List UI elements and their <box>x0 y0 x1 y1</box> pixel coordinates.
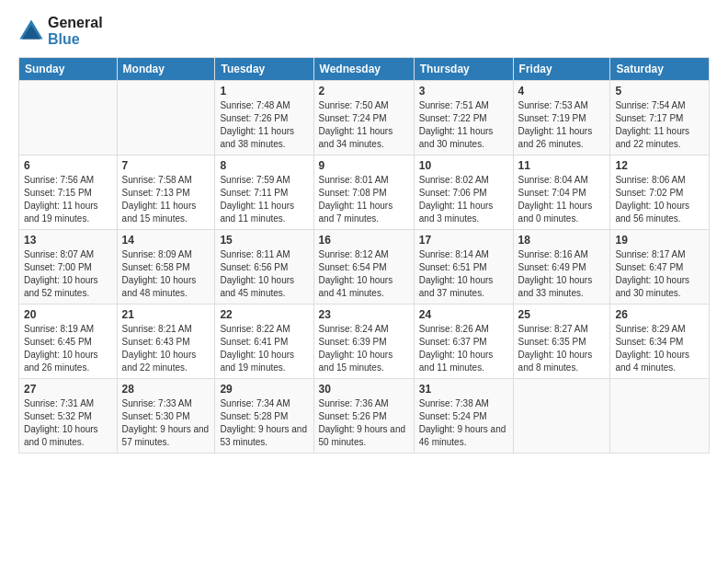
day-detail: Sunrise: 8:09 AM Sunset: 6:58 PM Dayligh… <box>122 248 210 300</box>
calendar-cell: 25Sunrise: 8:27 AM Sunset: 6:35 PM Dayli… <box>513 304 610 379</box>
calendar-cell: 17Sunrise: 8:14 AM Sunset: 6:51 PM Dayli… <box>414 230 513 304</box>
calendar-cell: 18Sunrise: 8:16 AM Sunset: 6:49 PM Dayli… <box>513 230 610 304</box>
day-number: 18 <box>518 234 606 247</box>
header: General Blue <box>18 15 710 48</box>
calendar-week-row: 6Sunrise: 7:56 AM Sunset: 7:15 PM Daylig… <box>19 155 710 230</box>
calendar-cell: 20Sunrise: 8:19 AM Sunset: 6:45 PM Dayli… <box>19 304 118 379</box>
day-detail: Sunrise: 8:19 AM Sunset: 6:45 PM Dayligh… <box>24 323 112 374</box>
day-detail: Sunrise: 7:33 AM Sunset: 5:30 PM Dayligh… <box>122 397 210 449</box>
calendar-week-row: 20Sunrise: 8:19 AM Sunset: 6:45 PM Dayli… <box>19 304 710 379</box>
day-detail: Sunrise: 8:07 AM Sunset: 7:00 PM Dayligh… <box>24 248 112 300</box>
calendar-cell: 15Sunrise: 8:11 AM Sunset: 6:56 PM Dayli… <box>215 230 313 304</box>
day-number: 22 <box>220 308 308 321</box>
calendar-cell: 23Sunrise: 8:24 AM Sunset: 6:39 PM Dayli… <box>313 304 414 379</box>
weekday-header-tuesday: Tuesday <box>215 58 313 81</box>
calendar-cell: 2Sunrise: 7:50 AM Sunset: 7:24 PM Daylig… <box>313 81 414 155</box>
day-number: 20 <box>24 308 112 321</box>
calendar-cell: 4Sunrise: 7:53 AM Sunset: 7:19 PM Daylig… <box>513 81 610 155</box>
day-detail: Sunrise: 8:04 AM Sunset: 7:04 PM Dayligh… <box>518 174 606 225</box>
day-number: 10 <box>419 159 508 172</box>
day-number: 6 <box>24 159 112 172</box>
day-detail: Sunrise: 7:36 AM Sunset: 5:26 PM Dayligh… <box>319 397 409 449</box>
day-number: 7 <box>122 159 210 172</box>
calendar-cell: 21Sunrise: 8:21 AM Sunset: 6:43 PM Dayli… <box>117 304 215 379</box>
day-number: 1 <box>220 85 308 98</box>
calendar-cell: 14Sunrise: 8:09 AM Sunset: 6:58 PM Dayli… <box>117 230 215 304</box>
day-number: 11 <box>518 159 606 172</box>
day-number: 12 <box>615 159 704 172</box>
day-detail: Sunrise: 8:12 AM Sunset: 6:54 PM Dayligh… <box>319 248 409 300</box>
calendar-cell: 5Sunrise: 7:54 AM Sunset: 7:17 PM Daylig… <box>610 81 710 155</box>
calendar-cell: 9Sunrise: 8:01 AM Sunset: 7:08 PM Daylig… <box>313 155 414 230</box>
calendar-cell: 13Sunrise: 8:07 AM Sunset: 7:00 PM Dayli… <box>19 230 118 304</box>
day-number: 21 <box>122 308 210 321</box>
calendar-cell: 16Sunrise: 8:12 AM Sunset: 6:54 PM Dayli… <box>313 230 414 304</box>
day-detail: Sunrise: 8:02 AM Sunset: 7:06 PM Dayligh… <box>419 174 508 225</box>
calendar-cell <box>513 379 610 454</box>
day-detail: Sunrise: 8:27 AM Sunset: 6:35 PM Dayligh… <box>518 323 606 374</box>
logo: General Blue <box>18 15 103 48</box>
day-number: 2 <box>319 85 409 98</box>
day-detail: Sunrise: 7:53 AM Sunset: 7:19 PM Dayligh… <box>518 99 606 151</box>
calendar-cell <box>19 81 118 155</box>
weekday-header-thursday: Thursday <box>414 58 513 81</box>
day-detail: Sunrise: 7:56 AM Sunset: 7:15 PM Dayligh… <box>24 174 112 225</box>
day-detail: Sunrise: 7:31 AM Sunset: 5:32 PM Dayligh… <box>24 397 112 449</box>
calendar-cell: 19Sunrise: 8:17 AM Sunset: 6:47 PM Dayli… <box>610 230 710 304</box>
day-detail: Sunrise: 7:59 AM Sunset: 7:11 PM Dayligh… <box>220 174 308 225</box>
day-number: 31 <box>419 383 508 396</box>
logo-text: General Blue <box>48 15 103 48</box>
calendar-table: SundayMondayTuesdayWednesdayThursdayFrid… <box>18 57 710 454</box>
day-detail: Sunrise: 8:24 AM Sunset: 6:39 PM Dayligh… <box>319 323 409 374</box>
day-detail: Sunrise: 8:11 AM Sunset: 6:56 PM Dayligh… <box>220 248 308 300</box>
day-number: 26 <box>615 308 704 321</box>
day-detail: Sunrise: 7:51 AM Sunset: 7:22 PM Dayligh… <box>419 99 508 151</box>
day-number: 25 <box>518 308 606 321</box>
day-detail: Sunrise: 7:48 AM Sunset: 7:26 PM Dayligh… <box>220 99 308 151</box>
calendar-cell: 10Sunrise: 8:02 AM Sunset: 7:06 PM Dayli… <box>414 155 513 230</box>
day-detail: Sunrise: 8:14 AM Sunset: 6:51 PM Dayligh… <box>419 248 508 300</box>
day-detail: Sunrise: 8:06 AM Sunset: 7:02 PM Dayligh… <box>615 174 704 225</box>
calendar-cell: 31Sunrise: 7:38 AM Sunset: 5:24 PM Dayli… <box>414 379 513 454</box>
day-number: 13 <box>24 234 112 247</box>
calendar-cell: 29Sunrise: 7:34 AM Sunset: 5:28 PM Dayli… <box>215 379 313 454</box>
logo-icon <box>18 18 44 44</box>
calendar-cell: 7Sunrise: 7:58 AM Sunset: 7:13 PM Daylig… <box>117 155 215 230</box>
calendar-cell <box>117 81 215 155</box>
day-detail: Sunrise: 8:01 AM Sunset: 7:08 PM Dayligh… <box>319 174 409 225</box>
day-number: 9 <box>319 159 409 172</box>
day-detail: Sunrise: 8:22 AM Sunset: 6:41 PM Dayligh… <box>220 323 308 374</box>
day-number: 5 <box>615 85 704 98</box>
calendar-cell: 3Sunrise: 7:51 AM Sunset: 7:22 PM Daylig… <box>414 81 513 155</box>
calendar-cell: 11Sunrise: 8:04 AM Sunset: 7:04 PM Dayli… <box>513 155 610 230</box>
day-number: 29 <box>220 383 308 396</box>
day-detail: Sunrise: 7:54 AM Sunset: 7:17 PM Dayligh… <box>615 99 704 151</box>
calendar-cell: 6Sunrise: 7:56 AM Sunset: 7:15 PM Daylig… <box>19 155 118 230</box>
day-detail: Sunrise: 7:38 AM Sunset: 5:24 PM Dayligh… <box>419 397 508 449</box>
calendar-cell: 12Sunrise: 8:06 AM Sunset: 7:02 PM Dayli… <box>610 155 710 230</box>
day-detail: Sunrise: 8:26 AM Sunset: 6:37 PM Dayligh… <box>419 323 508 374</box>
weekday-header-monday: Monday <box>117 58 215 81</box>
day-number: 23 <box>319 308 409 321</box>
calendar-week-row: 13Sunrise: 8:07 AM Sunset: 7:00 PM Dayli… <box>19 230 710 304</box>
day-number: 8 <box>220 159 308 172</box>
day-number: 14 <box>122 234 210 247</box>
day-number: 3 <box>419 85 508 98</box>
day-number: 24 <box>419 308 508 321</box>
calendar-week-row: 27Sunrise: 7:31 AM Sunset: 5:32 PM Dayli… <box>19 379 710 454</box>
calendar-cell: 27Sunrise: 7:31 AM Sunset: 5:32 PM Dayli… <box>19 379 118 454</box>
day-number: 17 <box>419 234 508 247</box>
calendar-cell: 26Sunrise: 8:29 AM Sunset: 6:34 PM Dayli… <box>610 304 710 379</box>
day-detail: Sunrise: 8:29 AM Sunset: 6:34 PM Dayligh… <box>615 323 704 374</box>
day-number: 15 <box>220 234 308 247</box>
calendar-cell: 1Sunrise: 7:48 AM Sunset: 7:26 PM Daylig… <box>215 81 313 155</box>
weekday-header-wednesday: Wednesday <box>313 58 414 81</box>
day-detail: Sunrise: 8:21 AM Sunset: 6:43 PM Dayligh… <box>122 323 210 374</box>
day-number: 4 <box>518 85 606 98</box>
day-detail: Sunrise: 7:58 AM Sunset: 7:13 PM Dayligh… <box>122 174 210 225</box>
day-detail: Sunrise: 8:16 AM Sunset: 6:49 PM Dayligh… <box>518 248 606 300</box>
weekday-header-sunday: Sunday <box>19 58 118 81</box>
calendar-cell <box>610 379 710 454</box>
day-number: 19 <box>615 234 704 247</box>
calendar-cell: 8Sunrise: 7:59 AM Sunset: 7:11 PM Daylig… <box>215 155 313 230</box>
